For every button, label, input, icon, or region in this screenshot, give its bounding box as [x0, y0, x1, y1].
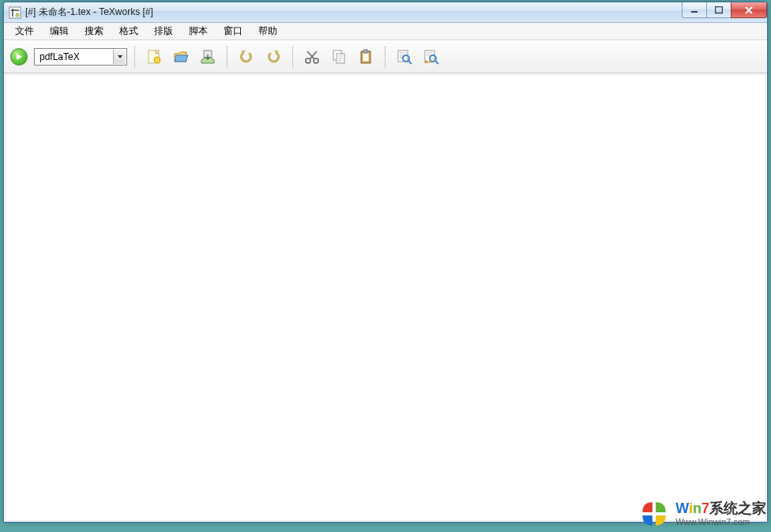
window-controls: [683, 2, 767, 18]
menu-script[interactable]: 脚本: [181, 23, 216, 39]
toolbar-separator: [385, 46, 386, 68]
save-file-button[interactable]: [196, 45, 220, 69]
cut-button[interactable]: [300, 45, 324, 69]
undo-button[interactable]: [235, 45, 258, 69]
title-bar[interactable]: [#] 未命名-1.tex - TeXworks [#]: [4, 2, 767, 23]
undo-group: [235, 45, 285, 69]
paste-button[interactable]: [354, 45, 378, 69]
new-file-button[interactable]: [142, 45, 166, 69]
minimize-button[interactable]: [682, 2, 707, 18]
maximize-button[interactable]: [706, 2, 732, 18]
search-icon: [396, 48, 413, 66]
menu-file[interactable]: 文件: [7, 23, 42, 39]
toolbar-separator: [134, 46, 135, 68]
menu-edit[interactable]: 编辑: [42, 23, 77, 39]
svg-rect-12: [363, 53, 369, 62]
menu-typeset[interactable]: 排版: [146, 23, 181, 39]
play-icon: [15, 53, 23, 61]
toolbar-separator: [292, 46, 293, 68]
edit-group: [300, 45, 378, 69]
svg-point-5: [154, 57, 160, 63]
open-file-button[interactable]: [169, 45, 193, 69]
dropdown-arrow-icon: [113, 50, 126, 64]
maximize-icon: [715, 6, 723, 14]
text-editor[interactable]: [5, 74, 766, 521]
redo-button[interactable]: [261, 45, 285, 69]
window-title: [#] 未命名-1.tex - TeXworks [#]: [25, 6, 153, 19]
search-group: [393, 45, 443, 69]
typeset-group: pdfLaTeX: [10, 48, 127, 66]
new-file-icon: [145, 48, 163, 66]
close-icon: [744, 6, 754, 14]
file-group: [142, 45, 220, 69]
clipboard-icon: [357, 48, 374, 66]
svg-rect-13: [363, 50, 368, 53]
menu-format[interactable]: 格式: [111, 23, 146, 39]
save-icon: [199, 48, 216, 66]
svg-rect-3: [716, 6, 723, 13]
engine-selected-label: pdfLaTeX: [39, 51, 80, 62]
app-window: [#] 未命名-1.tex - TeXworks [#] 文件 编辑 搜索 格式…: [3, 2, 768, 523]
toolbar: pdfLaTeX: [4, 40, 767, 73]
menu-search[interactable]: 搜索: [77, 23, 111, 39]
replace-button[interactable]: [419, 45, 443, 69]
redo-icon: [265, 48, 282, 66]
close-button[interactable]: [731, 2, 767, 18]
find-button[interactable]: [393, 45, 416, 69]
copy-icon: [330, 48, 348, 66]
app-icon: [9, 6, 21, 19]
minimize-icon: [690, 6, 698, 14]
svg-point-1: [16, 13, 19, 17]
scissors-icon: [303, 48, 321, 66]
svg-rect-0: [9, 7, 21, 18]
undo-icon: [238, 48, 255, 66]
engine-select[interactable]: pdfLaTeX: [34, 48, 127, 66]
menu-window[interactable]: 窗口: [216, 23, 250, 39]
menu-help[interactable]: 帮助: [250, 23, 285, 39]
menu-bar: 文件 编辑 搜索 格式 排版 脚本 窗口 帮助: [4, 23, 767, 40]
find-replace-icon: [423, 48, 440, 66]
open-folder-icon: [172, 48, 190, 66]
copy-button[interactable]: [327, 45, 351, 69]
toolbar-separator: [227, 46, 228, 68]
typeset-run-button[interactable]: [10, 48, 28, 66]
svg-rect-2: [691, 11, 698, 13]
